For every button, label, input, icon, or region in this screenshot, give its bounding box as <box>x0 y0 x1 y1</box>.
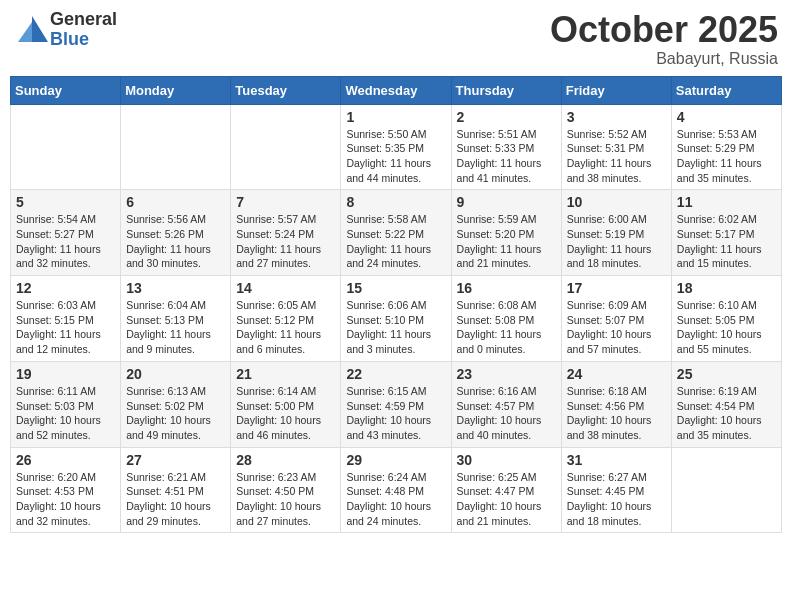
month-title: October 2025 <box>550 10 778 50</box>
day-number: 9 <box>457 194 556 210</box>
calendar-cell <box>11 104 121 190</box>
calendar-cell: 27Sunrise: 6:21 AM Sunset: 4:51 PM Dayli… <box>121 447 231 533</box>
day-number: 21 <box>236 366 335 382</box>
day-number: 19 <box>16 366 115 382</box>
day-info: Sunrise: 5:53 AM Sunset: 5:29 PM Dayligh… <box>677 127 776 186</box>
day-number: 29 <box>346 452 445 468</box>
calendar-cell: 13Sunrise: 6:04 AM Sunset: 5:13 PM Dayli… <box>121 276 231 362</box>
day-number: 3 <box>567 109 666 125</box>
calendar-cell: 16Sunrise: 6:08 AM Sunset: 5:08 PM Dayli… <box>451 276 561 362</box>
day-info: Sunrise: 6:13 AM Sunset: 5:02 PM Dayligh… <box>126 384 225 443</box>
calendar-cell <box>121 104 231 190</box>
day-number: 23 <box>457 366 556 382</box>
day-number: 16 <box>457 280 556 296</box>
logo-blue: Blue <box>50 30 117 50</box>
calendar-cell: 23Sunrise: 6:16 AM Sunset: 4:57 PM Dayli… <box>451 361 561 447</box>
day-number: 17 <box>567 280 666 296</box>
day-number: 30 <box>457 452 556 468</box>
weekday-header-monday: Monday <box>121 76 231 104</box>
calendar-cell: 15Sunrise: 6:06 AM Sunset: 5:10 PM Dayli… <box>341 276 451 362</box>
day-info: Sunrise: 5:58 AM Sunset: 5:22 PM Dayligh… <box>346 212 445 271</box>
day-info: Sunrise: 5:56 AM Sunset: 5:26 PM Dayligh… <box>126 212 225 271</box>
calendar-cell: 20Sunrise: 6:13 AM Sunset: 5:02 PM Dayli… <box>121 361 231 447</box>
day-info: Sunrise: 6:14 AM Sunset: 5:00 PM Dayligh… <box>236 384 335 443</box>
calendar-cell <box>231 104 341 190</box>
day-info: Sunrise: 6:04 AM Sunset: 5:13 PM Dayligh… <box>126 298 225 357</box>
calendar-cell: 30Sunrise: 6:25 AM Sunset: 4:47 PM Dayli… <box>451 447 561 533</box>
day-number: 28 <box>236 452 335 468</box>
day-info: Sunrise: 6:00 AM Sunset: 5:19 PM Dayligh… <box>567 212 666 271</box>
day-number: 10 <box>567 194 666 210</box>
calendar-cell: 29Sunrise: 6:24 AM Sunset: 4:48 PM Dayli… <box>341 447 451 533</box>
day-info: Sunrise: 6:03 AM Sunset: 5:15 PM Dayligh… <box>16 298 115 357</box>
calendar-week-row: 12Sunrise: 6:03 AM Sunset: 5:15 PM Dayli… <box>11 276 782 362</box>
weekday-header-sunday: Sunday <box>11 76 121 104</box>
day-info: Sunrise: 6:25 AM Sunset: 4:47 PM Dayligh… <box>457 470 556 529</box>
day-info: Sunrise: 6:19 AM Sunset: 4:54 PM Dayligh… <box>677 384 776 443</box>
day-number: 22 <box>346 366 445 382</box>
weekday-header-row: SundayMondayTuesdayWednesdayThursdayFrid… <box>11 76 782 104</box>
calendar-cell: 19Sunrise: 6:11 AM Sunset: 5:03 PM Dayli… <box>11 361 121 447</box>
day-info: Sunrise: 6:15 AM Sunset: 4:59 PM Dayligh… <box>346 384 445 443</box>
weekday-header-tuesday: Tuesday <box>231 76 341 104</box>
day-number: 8 <box>346 194 445 210</box>
day-info: Sunrise: 6:16 AM Sunset: 4:57 PM Dayligh… <box>457 384 556 443</box>
calendar-cell: 5Sunrise: 5:54 AM Sunset: 5:27 PM Daylig… <box>11 190 121 276</box>
day-number: 27 <box>126 452 225 468</box>
calendar-week-row: 19Sunrise: 6:11 AM Sunset: 5:03 PM Dayli… <box>11 361 782 447</box>
day-number: 2 <box>457 109 556 125</box>
day-info: Sunrise: 5:51 AM Sunset: 5:33 PM Dayligh… <box>457 127 556 186</box>
logo-text: General Blue <box>50 10 117 50</box>
day-info: Sunrise: 6:08 AM Sunset: 5:08 PM Dayligh… <box>457 298 556 357</box>
logo-general: General <box>50 10 117 30</box>
calendar-cell: 28Sunrise: 6:23 AM Sunset: 4:50 PM Dayli… <box>231 447 341 533</box>
day-info: Sunrise: 6:11 AM Sunset: 5:03 PM Dayligh… <box>16 384 115 443</box>
day-number: 15 <box>346 280 445 296</box>
calendar-cell <box>671 447 781 533</box>
svg-marker-1 <box>18 22 32 42</box>
day-number: 26 <box>16 452 115 468</box>
weekday-header-friday: Friday <box>561 76 671 104</box>
day-info: Sunrise: 6:05 AM Sunset: 5:12 PM Dayligh… <box>236 298 335 357</box>
day-number: 20 <box>126 366 225 382</box>
calendar-cell: 25Sunrise: 6:19 AM Sunset: 4:54 PM Dayli… <box>671 361 781 447</box>
calendar-cell: 9Sunrise: 5:59 AM Sunset: 5:20 PM Daylig… <box>451 190 561 276</box>
calendar-cell: 21Sunrise: 6:14 AM Sunset: 5:00 PM Dayli… <box>231 361 341 447</box>
calendar-cell: 7Sunrise: 5:57 AM Sunset: 5:24 PM Daylig… <box>231 190 341 276</box>
day-number: 1 <box>346 109 445 125</box>
day-info: Sunrise: 6:18 AM Sunset: 4:56 PM Dayligh… <box>567 384 666 443</box>
day-number: 12 <box>16 280 115 296</box>
day-info: Sunrise: 5:54 AM Sunset: 5:27 PM Dayligh… <box>16 212 115 271</box>
day-number: 4 <box>677 109 776 125</box>
weekday-header-thursday: Thursday <box>451 76 561 104</box>
calendar-cell: 14Sunrise: 6:05 AM Sunset: 5:12 PM Dayli… <box>231 276 341 362</box>
logo-icon <box>14 12 50 48</box>
calendar-week-row: 5Sunrise: 5:54 AM Sunset: 5:27 PM Daylig… <box>11 190 782 276</box>
day-number: 31 <box>567 452 666 468</box>
svg-marker-0 <box>32 16 48 42</box>
day-info: Sunrise: 5:57 AM Sunset: 5:24 PM Dayligh… <box>236 212 335 271</box>
day-info: Sunrise: 5:59 AM Sunset: 5:20 PM Dayligh… <box>457 212 556 271</box>
day-info: Sunrise: 5:50 AM Sunset: 5:35 PM Dayligh… <box>346 127 445 186</box>
day-info: Sunrise: 6:10 AM Sunset: 5:05 PM Dayligh… <box>677 298 776 357</box>
day-number: 11 <box>677 194 776 210</box>
calendar-cell: 24Sunrise: 6:18 AM Sunset: 4:56 PM Dayli… <box>561 361 671 447</box>
calendar-cell: 8Sunrise: 5:58 AM Sunset: 5:22 PM Daylig… <box>341 190 451 276</box>
calendar-cell: 17Sunrise: 6:09 AM Sunset: 5:07 PM Dayli… <box>561 276 671 362</box>
title-block: October 2025 Babayurt, Russia <box>550 10 778 68</box>
day-number: 7 <box>236 194 335 210</box>
day-info: Sunrise: 6:09 AM Sunset: 5:07 PM Dayligh… <box>567 298 666 357</box>
calendar-cell: 10Sunrise: 6:00 AM Sunset: 5:19 PM Dayli… <box>561 190 671 276</box>
calendar-cell: 26Sunrise: 6:20 AM Sunset: 4:53 PM Dayli… <box>11 447 121 533</box>
calendar-cell: 4Sunrise: 5:53 AM Sunset: 5:29 PM Daylig… <box>671 104 781 190</box>
day-info: Sunrise: 6:06 AM Sunset: 5:10 PM Dayligh… <box>346 298 445 357</box>
calendar-cell: 31Sunrise: 6:27 AM Sunset: 4:45 PM Dayli… <box>561 447 671 533</box>
day-number: 18 <box>677 280 776 296</box>
calendar-week-row: 26Sunrise: 6:20 AM Sunset: 4:53 PM Dayli… <box>11 447 782 533</box>
day-info: Sunrise: 6:02 AM Sunset: 5:17 PM Dayligh… <box>677 212 776 271</box>
day-info: Sunrise: 6:24 AM Sunset: 4:48 PM Dayligh… <box>346 470 445 529</box>
day-number: 25 <box>677 366 776 382</box>
weekday-header-saturday: Saturday <box>671 76 781 104</box>
page-header: General Blue October 2025 Babayurt, Russ… <box>10 10 782 68</box>
location-title: Babayurt, Russia <box>550 50 778 68</box>
